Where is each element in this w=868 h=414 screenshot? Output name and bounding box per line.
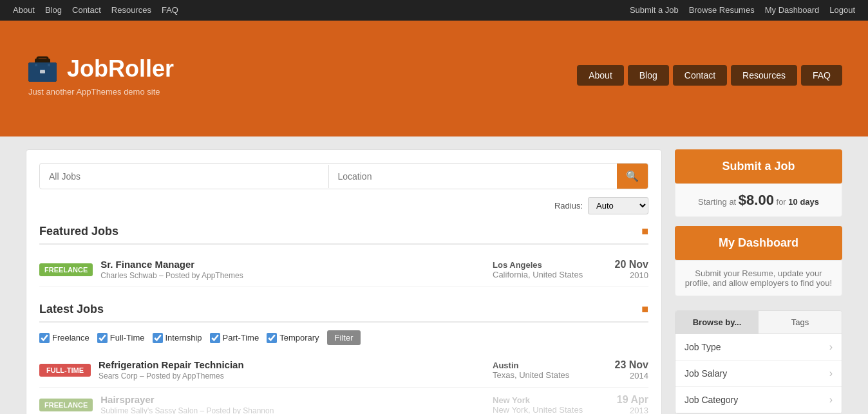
latest-job-1-location: Austin Texas, United States	[493, 361, 596, 380]
filter-parttime-checkbox[interactable]	[210, 333, 220, 343]
logo-area: JobRoller Just another AppThemes demo si…	[26, 55, 174, 97]
browse-item-job-salary[interactable]: Job Salary ›	[675, 361, 842, 387]
topnav-faq[interactable]: FAQ	[162, 0, 178, 21]
latest-job-1-meta: Sears Corp – Posted by AppThemes	[99, 372, 485, 381]
search-form: 🔍	[39, 163, 648, 189]
filter-internship-checkbox[interactable]	[153, 333, 163, 343]
topnav-logout[interactable]: Logout	[829, 0, 855, 21]
topnav-resources[interactable]: Resources	[111, 0, 151, 21]
topnav-blog[interactable]: Blog	[45, 0, 62, 21]
search-button[interactable]: 🔍	[617, 164, 648, 189]
site-header: JobRoller Just another AppThemes demo si…	[0, 21, 868, 136]
latest-section-header: Latest Jobs ■	[39, 303, 648, 323]
latest-job-2-separator: – Posted by	[200, 406, 243, 414]
filter-temporary[interactable]: Temporary	[267, 333, 319, 343]
dashboard-info: Submit your Resume, update your profile,…	[675, 260, 842, 296]
featured-jobs-section: Featured Jobs ■ Freelance Sr. Finance Ma…	[39, 225, 648, 287]
featured-job-date-day: 20 Nov	[603, 259, 648, 270]
latest-job-2-company[interactable]: Sublime Sally's Sassy Salon	[100, 406, 198, 414]
browse-box: Browse by... Tags Job Type › Job Salary …	[675, 310, 842, 414]
latest-job-1-date: 23 Nov 2014	[603, 359, 648, 381]
featured-job-date: 20 Nov 2010	[603, 259, 648, 280]
top-navigation: About Blog Contact Resources FAQ Submit …	[0, 0, 868, 21]
latest-job-item-2: Freelance Hairsprayer Sublime Sally's Sa…	[39, 388, 648, 414]
header-nav-about[interactable]: About	[577, 65, 624, 86]
submit-job-button[interactable]: Submit a Job	[675, 149, 842, 183]
latest-job-2-title[interactable]: Hairsprayer	[100, 394, 154, 405]
latest-job-1-city: Austin	[493, 361, 518, 370]
radius-row: Radius: Auto 10 miles 25 miles 50 miles …	[39, 197, 648, 214]
latest-job-1-title[interactable]: Refrigeration Repair Technician	[99, 359, 244, 370]
browse-tabs: Browse by... Tags	[675, 311, 842, 334]
filter-freelance[interactable]: Freelance	[39, 333, 90, 343]
filter-freelance-label: Freelance	[52, 333, 90, 343]
featured-job-item: Freelance Sr. Finance Manager Charles Sc…	[39, 252, 648, 287]
latest-job-1-separator: – Posted by	[140, 372, 182, 381]
browse-item-job-category[interactable]: Job Category ›	[675, 387, 842, 413]
filter-internship[interactable]: Internship	[153, 333, 202, 343]
location-input[interactable]	[329, 165, 618, 188]
latest-job-2-badge: Freelance	[39, 399, 93, 411]
latest-job-1-badge: Full-Time	[39, 364, 91, 377]
latest-job-1-poster[interactable]: AppThemes	[182, 372, 224, 381]
latest-job-1-region: Texas, United States	[493, 370, 569, 380]
featured-job-location: Los Angeles California, United States	[493, 260, 596, 279]
topnav-contact[interactable]: Contact	[72, 0, 101, 21]
job-badge-freelance: Freelance	[39, 263, 93, 276]
topnav-my-dashboard[interactable]: My Dashboard	[765, 0, 820, 21]
filter-button[interactable]: Filter	[327, 330, 361, 345]
header-nav-contact[interactable]: Contact	[673, 65, 727, 86]
featured-job-date-year: 2010	[630, 270, 648, 280]
browse-item-job-salary-label: Job Salary	[684, 368, 727, 379]
filter-fulltime-checkbox[interactable]	[97, 333, 108, 343]
dashboard-info-text: Submit your Resume, update your profile,…	[685, 268, 832, 288]
featured-section-title: Featured Jobs	[39, 225, 118, 238]
latest-job-2-poster[interactable]: Shannon	[243, 406, 274, 414]
filter-parttime-label: Part-Time	[223, 333, 259, 343]
latest-job-2-details: Hairsprayer Sublime Sally's Sassy Salon …	[100, 394, 485, 414]
latest-job-2-date-year: 2013	[630, 406, 648, 414]
browse-item-job-type[interactable]: Job Type ›	[675, 334, 842, 361]
filter-fulltime-label: Full-Time	[110, 333, 145, 343]
featured-job-title[interactable]: Sr. Finance Manager	[100, 259, 194, 270]
browse-tab-tags[interactable]: Tags	[759, 311, 842, 334]
latest-jobs-section: Latest Jobs ■ Freelance Full-Time Intern…	[39, 303, 648, 414]
featured-job-poster[interactable]: AppThemes	[202, 271, 243, 280]
filter-temporary-checkbox[interactable]	[267, 333, 277, 343]
search-input[interactable]	[40, 165, 328, 188]
chevron-right-icon: ›	[829, 341, 833, 353]
browse-tab-browse[interactable]: Browse by...	[675, 311, 759, 334]
submit-days: 10 days	[788, 197, 819, 207]
content-area: 🔍 Radius: Auto 10 miles 25 miles 50 mile…	[26, 149, 662, 414]
latest-job-2-region: New York, United States	[493, 405, 583, 415]
latest-job-1-date-day: 23 Nov	[603, 359, 648, 371]
submit-price: $8.00	[739, 192, 774, 208]
topnav-about[interactable]: About	[13, 0, 35, 21]
filter-parttime[interactable]: Part-Time	[210, 333, 259, 343]
featured-rss-icon[interactable]: ■	[641, 225, 648, 238]
topnav-submit-job[interactable]: Submit a Job	[630, 0, 679, 21]
featured-job-region: California, United States	[493, 270, 583, 279]
dashboard-button[interactable]: My Dashboard	[675, 226, 842, 260]
latest-job-1-company[interactable]: Sears Corp	[99, 372, 138, 381]
radius-select[interactable]: Auto 10 miles 25 miles 50 miles 100 mile…	[588, 197, 648, 214]
browse-item-job-category-label: Job Category	[684, 395, 738, 405]
latest-rss-icon[interactable]: ■	[641, 303, 648, 316]
chevron-right-icon-3: ›	[829, 394, 833, 406]
filter-bar: Freelance Full-Time Internship Part-Time…	[39, 330, 648, 345]
filter-fulltime[interactable]: Full-Time	[97, 333, 145, 343]
latest-job-2-city: New York	[493, 395, 530, 405]
header-nav-blog[interactable]: Blog	[628, 65, 669, 86]
radius-label: Radius:	[554, 201, 583, 211]
latest-job-2-date-day: 19 Apr	[603, 394, 648, 406]
featured-job-city: Los Angeles	[493, 260, 542, 270]
header-nav-faq[interactable]: FAQ	[801, 65, 842, 86]
latest-job-item-1: Full-Time Refrigeration Repair Technicia…	[39, 353, 648, 388]
submit-info-mid: for	[774, 197, 788, 207]
header-navigation: About Blog Contact Resources FAQ	[577, 65, 842, 86]
browse-item-job-type-label: Job Type	[684, 342, 721, 352]
filter-freelance-checkbox[interactable]	[39, 333, 50, 343]
header-nav-resources[interactable]: Resources	[731, 65, 797, 86]
featured-job-company[interactable]: Charles Schwab	[100, 271, 156, 280]
topnav-browse-resumes[interactable]: Browse Resumes	[689, 0, 755, 21]
